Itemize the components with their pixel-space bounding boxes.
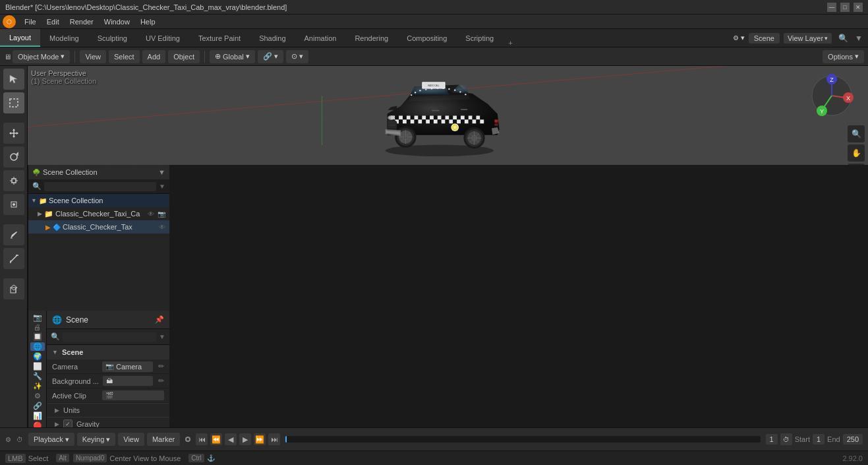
play-button[interactable]: ▶ (239, 433, 251, 445)
filter-icon[interactable]: ▼ (855, 34, 863, 43)
prop-world-tab[interactable]: 🌍 (30, 352, 45, 361)
prop-modifier-tab[interactable]: 🔧 (30, 372, 45, 381)
maximize-button[interactable]: □ (840, 3, 850, 12)
object-mode-dropdown[interactable]: Object Mode ▾ (13, 50, 70, 63)
playback-dropdown[interactable]: Playback ▾ (28, 433, 74, 446)
annotate-tool[interactable] (3, 224, 24, 245)
keyframe-button[interactable] (185, 437, 190, 442)
jump-end-button[interactable]: ⏭ (268, 433, 280, 445)
transform-global[interactable]: ⊕ Global ▾ (210, 50, 255, 63)
tab-uv-editing[interactable]: UV Editing (136, 29, 189, 47)
menu-help[interactable]: Help (136, 16, 160, 27)
marker-dropdown[interactable]: Marker (147, 433, 180, 446)
taxi-mesh-row[interactable]: ▶ 🔷 Classic_Checker_Tax 👁 (28, 220, 169, 233)
close-button[interactable]: ✕ (854, 3, 863, 12)
view-dropdown[interactable]: View (118, 433, 144, 446)
camera-edit-icon[interactable]: ✏ (158, 362, 164, 371)
scale-tool[interactable] (3, 170, 24, 191)
background-edit-icon[interactable]: ✏ (158, 377, 164, 385)
end-frame-input[interactable]: 250 (843, 434, 863, 445)
prop-search-input[interactable] (63, 332, 156, 342)
scene-collection-row[interactable]: ▼ 📁 Scene Collection (28, 194, 169, 207)
tab-scripting[interactable]: Scripting (456, 29, 503, 47)
transform-tool[interactable] (3, 194, 24, 215)
prop-constraints-tab[interactable]: 🔗 (30, 402, 45, 410)
object-menu[interactable]: Object (168, 50, 200, 63)
jump-start-button[interactable]: ⏮ (196, 433, 208, 445)
prop-physics-tab[interactable]: ⚙ (30, 392, 45, 400)
camera-view-button[interactable]: 🎥 (848, 164, 865, 165)
tab-modeling[interactable]: Modeling (40, 29, 88, 47)
outliner-search-input[interactable] (44, 182, 156, 191)
gravity-checkbox[interactable]: ✓ (63, 419, 72, 427)
add-workspace-button[interactable]: + (503, 39, 517, 47)
scene-button[interactable]: Scene (749, 33, 780, 44)
taxi-eye-icon[interactable]: 👁 (148, 210, 154, 218)
menu-file[interactable]: File (20, 16, 41, 27)
prop-render-tab[interactable]: 📷 (30, 313, 45, 322)
play-back-button[interactable]: ◀ (225, 433, 237, 445)
viewlayer-selector[interactable]: View Layer ▾ (784, 33, 832, 44)
taxi-collection-row[interactable]: ▶ 📁 Classic_Checker_Taxi_Ca 👁 📷 (28, 207, 169, 220)
cursor-tool[interactable] (3, 69, 24, 90)
tab-texture-paint[interactable]: Texture Paint (189, 29, 250, 47)
tab-rendering[interactable]: Rendering (345, 29, 397, 47)
keying-dropdown[interactable]: Keying ▾ (77, 433, 116, 446)
pin-icon[interactable]: 📌 (155, 315, 164, 324)
hand-button[interactable]: ✋ (848, 144, 865, 162)
prop-data-tab[interactable]: 📊 (30, 412, 45, 420)
prop-particles-tab[interactable]: ✨ (30, 382, 45, 390)
minimize-button[interactable]: — (827, 3, 836, 12)
engine-dropdown[interactable]: ▾ (741, 34, 745, 42)
add-menu[interactable]: Add (142, 50, 166, 63)
timeline-scrubber[interactable] (285, 436, 760, 443)
current-frame-input[interactable]: 1 (766, 434, 778, 445)
tab-layout[interactable]: Layout (0, 29, 40, 47)
menu-edit[interactable]: Edit (42, 16, 64, 27)
tab-sculpting[interactable]: Sculpting (88, 29, 136, 47)
menu-window[interactable]: Window (100, 16, 134, 27)
tab-compositing[interactable]: Compositing (397, 29, 456, 47)
units-header[interactable]: ▶ Units (47, 404, 169, 417)
gravity-header[interactable]: ▶ ✓ Gravity (47, 418, 169, 427)
outliner-sort-icon[interactable]: ▼ (159, 183, 165, 190)
prev-keyframe-button[interactable]: ⏪ (210, 433, 222, 445)
prop-object-tab[interactable]: ⬜ (30, 362, 45, 371)
center-label: Center View to Mouse (109, 454, 181, 462)
view-menu[interactable]: View (80, 50, 106, 63)
tab-shading[interactable]: Shading (250, 29, 295, 47)
background-value[interactable]: 🏔 (103, 376, 153, 386)
outliner-filter-icon[interactable]: ▼ (158, 168, 165, 176)
mesh-eye-icon[interactable]: 👁 (159, 224, 165, 231)
proportional-edit[interactable]: ⊙ ▾ (286, 50, 308, 63)
active-clip-value[interactable]: 🎬 (102, 390, 164, 400)
viewport[interactable]: RADIO CALL (28, 66, 868, 165)
select-tool[interactable] (3, 92, 24, 113)
camera-value[interactable]: 📷 Camera (102, 361, 153, 372)
measure-tool[interactable] (3, 248, 24, 269)
start-frame-input[interactable]: 1 (813, 434, 825, 445)
timeline-handle[interactable]: ⚙ (5, 436, 11, 443)
prop-output-tab[interactable]: 🖨 (30, 323, 45, 331)
select-menu[interactable]: Select (109, 50, 140, 63)
search-icon[interactable]: 🔍 (836, 34, 851, 43)
tab-animation[interactable]: Animation (295, 29, 346, 47)
prop-material-tab[interactable]: 🔴 (30, 421, 45, 427)
prop-scene-tab[interactable]: 🌐 (30, 342, 45, 351)
snap-button[interactable]: 🔗 ▾ (258, 50, 283, 63)
next-keyframe-button[interactable]: ⏩ (254, 433, 266, 445)
svg-rect-29 (411, 115, 415, 119)
prop-search-dropdown[interactable]: ▼ (159, 333, 165, 340)
menu-render[interactable]: Render (65, 16, 98, 27)
add-cube-tool[interactable] (3, 278, 24, 299)
taxi-camera-icon[interactable]: 📷 (158, 210, 165, 218)
navigation-gizmo[interactable]: X Y Z (809, 73, 861, 125)
prop-viewlayer-tab[interactable]: 🔲 (30, 332, 45, 341)
move-tool[interactable] (3, 123, 24, 144)
active-clip-row: Active Clip 🎬 (47, 388, 169, 403)
frame-rate-button[interactable]: ⏱ (780, 433, 792, 445)
options-button[interactable]: Options ▾ (823, 50, 864, 63)
scene-section-header[interactable]: ▼ Scene (47, 345, 169, 359)
rotate-tool[interactable] (3, 146, 24, 168)
zoom-button[interactable]: 🔍 (848, 125, 865, 142)
